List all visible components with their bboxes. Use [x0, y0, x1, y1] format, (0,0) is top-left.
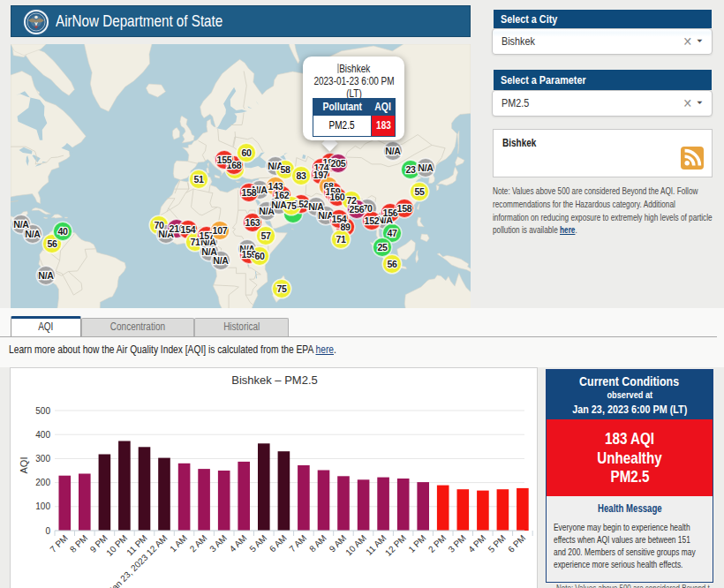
svg-text:7 AM: 7 AM: [287, 533, 308, 554]
svg-text:200: 200: [35, 478, 50, 487]
svg-text:256: 256: [350, 204, 365, 215]
svg-text:400: 400: [35, 430, 50, 440]
svg-text:197: 197: [313, 170, 328, 180]
svg-text:57: 57: [260, 230, 271, 241]
svg-text:300: 300: [35, 454, 50, 464]
svg-text:1 AM: 1 AM: [168, 533, 189, 554]
svg-text:100: 100: [35, 501, 50, 511]
svg-text:156: 156: [383, 207, 398, 218]
svg-text:2 PM: 2 PM: [426, 533, 448, 554]
svg-text:40: 40: [57, 226, 68, 237]
svg-text:4 AM: 4 AM: [228, 533, 249, 554]
svg-text:205: 205: [331, 158, 346, 169]
svg-text:10 PM: 10 PM: [104, 533, 129, 558]
svg-text:Bishkek – PM2.5: Bishkek – PM2.5: [231, 373, 318, 387]
svg-text:60: 60: [241, 147, 252, 158]
svg-text:163: 163: [245, 217, 260, 228]
svg-text:47: 47: [387, 228, 397, 238]
svg-text:154: 154: [181, 224, 196, 235]
svg-text:158: 158: [242, 187, 257, 198]
svg-text:75: 75: [276, 283, 287, 294]
svg-text:75: 75: [286, 200, 297, 211]
svg-text:8 AM: 8 AM: [307, 533, 328, 554]
svg-text:AQI: AQI: [19, 457, 29, 474]
svg-text:71: 71: [336, 234, 346, 245]
svg-text:152: 152: [365, 215, 380, 226]
svg-text:500: 500: [35, 406, 50, 416]
svg-text:56: 56: [387, 259, 397, 269]
svg-text:160: 160: [330, 192, 345, 202]
svg-text:12 PM: 12 PM: [383, 533, 408, 558]
svg-text:25: 25: [377, 242, 388, 253]
svg-text:5 PM: 5 PM: [486, 533, 508, 554]
svg-text:154: 154: [332, 214, 347, 224]
svg-text:107: 107: [213, 225, 228, 236]
svg-text:60: 60: [254, 251, 265, 261]
svg-text:2 AM: 2 AM: [188, 533, 209, 554]
svg-text:55: 55: [414, 186, 425, 197]
svg-text:10 AM: 10 AM: [343, 533, 368, 558]
svg-text:0: 0: [45, 526, 50, 536]
svg-text:N/A: N/A: [38, 270, 54, 281]
svg-text:51: 51: [193, 174, 204, 185]
svg-text:8 PM: 8 PM: [68, 533, 89, 554]
svg-text:155: 155: [217, 155, 232, 165]
svg-text:3 AM: 3 AM: [207, 533, 229, 554]
svg-text:5 AM: 5 AM: [247, 533, 268, 554]
svg-text:58: 58: [280, 164, 290, 175]
svg-text:N/A: N/A: [213, 255, 229, 266]
svg-text:83: 83: [296, 170, 306, 181]
svg-text:N/A: N/A: [271, 200, 287, 210]
svg-text:56: 56: [47, 238, 57, 249]
svg-text:N/A: N/A: [418, 162, 434, 173]
svg-text:158: 158: [397, 203, 412, 214]
svg-text:N/A: N/A: [25, 229, 41, 239]
svg-text:6 AM: 6 AM: [268, 533, 289, 554]
svg-text:1 PM: 1 PM: [406, 533, 427, 554]
svg-text:7 PM: 7 PM: [48, 533, 69, 554]
svg-text:4 PM: 4 PM: [466, 533, 487, 554]
svg-text:23: 23: [405, 164, 416, 175]
svg-text:N/A: N/A: [385, 146, 401, 156]
svg-text:3 PM: 3 PM: [446, 533, 467, 554]
svg-text:6 PM: 6 PM: [506, 533, 527, 554]
